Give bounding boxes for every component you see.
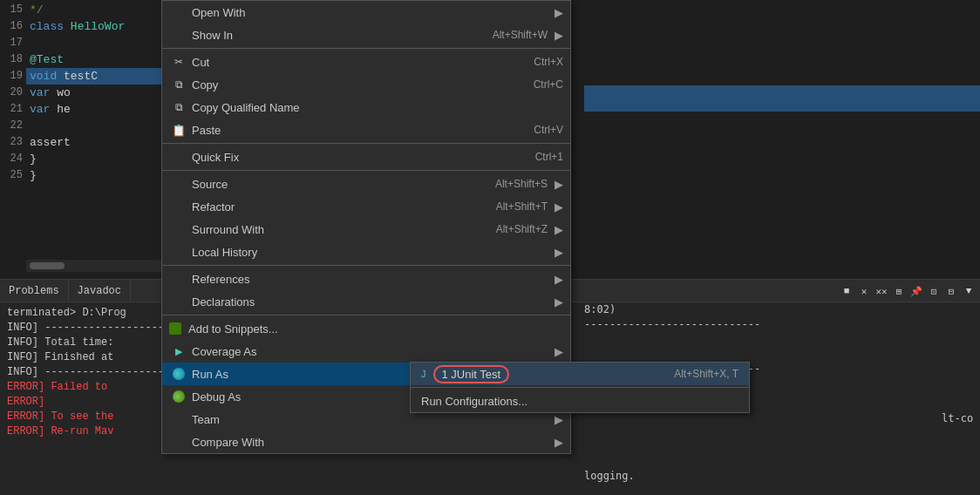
menu-label-surround-with: Surround With	[192, 223, 470, 236]
submenu-arrow: ▶	[555, 436, 563, 449]
open-with-icon	[169, 3, 188, 22]
code-line: }	[26, 167, 183, 184]
lt-co-text: lt-co	[942, 412, 973, 424]
submenu-arrow: ▶	[555, 345, 563, 358]
menu-item-refactor[interactable]: Refactor Alt+Shift+T ▶	[162, 195, 570, 218]
console-right-text: 8:02)	[584, 303, 616, 315]
menu-item-declarations[interactable]: Declarations ▶	[162, 290, 570, 313]
submenu-arrow: ▶	[555, 178, 563, 191]
tab-problems[interactable]: Problems	[0, 280, 69, 302]
menu-shortcut-source: Alt+Shift+S	[495, 178, 548, 190]
run-configurations-label: Run Configurations...	[421, 395, 738, 408]
menu-item-copy[interactable]: Copy Ctrl+C	[162, 73, 570, 96]
run-as-icon	[169, 364, 188, 383]
menu-label-source: Source	[192, 178, 469, 191]
menu-item-coverage-as[interactable]: ▶ Coverage As ▶	[162, 340, 570, 363]
scrollbar-thumb[interactable]	[30, 262, 65, 269]
code-highlight-area	[584, 85, 980, 112]
menu-label-copy-qualified-name: Copy Qualified Name	[192, 101, 563, 114]
console-dashes-1: ----------------------------	[584, 318, 760, 330]
submenu-item-junit[interactable]: J 1 JUnit Test Alt+Shift+X, T	[411, 363, 749, 385]
collapse-icon[interactable]: ⊟	[943, 283, 959, 299]
menu-item-cut[interactable]: Cut Ctrl+X	[162, 51, 570, 73]
paste-icon: 📋	[169, 120, 188, 139]
submenu-arrow: ▶	[555, 413, 563, 426]
refactor-icon	[169, 197, 188, 216]
menu-divider	[162, 315, 570, 315]
menu-item-references[interactable]: References ▶	[162, 268, 570, 290]
expand-icon[interactable]: ⊡	[926, 283, 942, 299]
menu-icon[interactable]: ▼	[961, 283, 977, 299]
submenu-arrow: ▶	[555, 295, 563, 309]
menu-item-open-with[interactable]: Open With ▶	[162, 1, 570, 24]
submenu-item-run-configurations[interactable]: Run Configurations...	[411, 390, 749, 412]
code-line: @Test	[26, 51, 183, 68]
menu-label-declarations: Declarations	[192, 295, 548, 309]
horizontal-scrollbar[interactable]	[26, 260, 161, 272]
menu-label-show-in: Show In	[192, 29, 466, 42]
menu-item-local-history[interactable]: Local History ▶	[162, 241, 570, 263]
quick-fix-icon	[169, 147, 188, 166]
tab-javadoc[interactable]: Javadoc	[69, 280, 131, 302]
junit-shortcut: Alt+Shift+X, T	[674, 368, 738, 380]
run-as-submenu: J 1 JUnit Test Alt+Shift+X, T Run Config…	[410, 362, 750, 413]
menu-shortcut-paste: Ctrl+V	[534, 124, 563, 136]
submenu-arrow: ▶	[555, 246, 563, 259]
pin-icon[interactable]: 📌	[909, 283, 924, 299]
local-history-icon	[169, 242, 188, 261]
add-to-snippets-icon	[169, 322, 181, 335]
code-editor[interactable]: */ class HelloWor @Test void testC var w…	[26, 0, 183, 253]
surround-with-icon	[169, 220, 188, 239]
menu-shortcut-show-in: Alt+Shift+W	[493, 29, 548, 41]
menu-label-local-history: Local History	[192, 246, 548, 259]
code-line: class HelloWor	[26, 18, 183, 35]
menu-item-paste[interactable]: 📋 Paste Ctrl+V	[162, 119, 570, 141]
references-icon	[169, 269, 188, 288]
menu-label-cut: Cut	[192, 56, 507, 69]
menu-label-add-to-snippets: Add to Snippets...	[188, 322, 563, 336]
close-icon[interactable]: ✕	[856, 283, 872, 299]
menu-item-add-to-snippets[interactable]: Add to Snippets...	[162, 317, 570, 340]
menu-label-coverage-as: Coverage As	[192, 345, 548, 358]
menu-shortcut-refactor: Alt+Shift+T	[496, 200, 548, 213]
stop-icon[interactable]: ■	[839, 283, 854, 299]
menu-item-quick-fix[interactable]: Quick Fix Ctrl+1	[162, 146, 570, 168]
menu-shortcut-surround-with: Alt+Shift+Z	[496, 223, 548, 235]
menu-divider	[162, 170, 570, 171]
scroll-lock-icon[interactable]: ⊞	[891, 283, 907, 299]
submenu-arrow: ▶	[555, 6, 563, 19]
code-line	[26, 184, 183, 200]
menu-shortcut-quick-fix: Ctrl+1	[535, 151, 563, 163]
menu-item-surround-with[interactable]: Surround With Alt+Shift+Z ▶	[162, 218, 570, 241]
line-numbers: 15 16 17 18 19 20 21 22 23 24 25	[0, 0, 26, 279]
menu-item-copy-qualified-name[interactable]: Copy Qualified Name	[162, 96, 570, 119]
submenu-arrow: ▶	[555, 223, 563, 236]
menu-item-source[interactable]: Source Alt+Shift+S ▶	[162, 173, 570, 195]
menu-label-quick-fix: Quick Fix	[192, 151, 509, 164]
menu-label-copy: Copy	[192, 78, 507, 92]
menu-divider	[162, 48, 570, 49]
code-line: }	[26, 151, 183, 167]
team-icon	[169, 410, 188, 429]
menu-item-show-in[interactable]: Show In Alt+Shift+W ▶	[162, 24, 570, 46]
cut-icon	[169, 52, 188, 71]
remove-all-icon[interactable]: ✕✕	[874, 283, 889, 299]
copy-qualified-name-icon	[169, 98, 188, 117]
menu-label-references: References	[192, 273, 548, 286]
show-in-icon	[169, 25, 188, 44]
source-icon	[169, 174, 188, 193]
menu-item-compare-with[interactable]: Compare With ▶	[162, 431, 570, 453]
code-line: var wo	[26, 85, 183, 101]
declarations-icon	[169, 292, 188, 311]
menu-label-refactor: Refactor	[192, 200, 470, 214]
menu-label-paste: Paste	[192, 124, 507, 137]
submenu-arrow: ▶	[555, 273, 563, 286]
compare-with-icon	[169, 432, 188, 451]
code-line: assert	[26, 134, 183, 151]
menu-divider	[162, 265, 570, 266]
code-line: var he	[26, 101, 183, 118]
debug-as-icon	[169, 387, 188, 406]
menu-shortcut-copy: Ctrl+C	[534, 78, 563, 91]
submenu-arrow: ▶	[555, 200, 563, 214]
copy-icon	[169, 75, 188, 94]
